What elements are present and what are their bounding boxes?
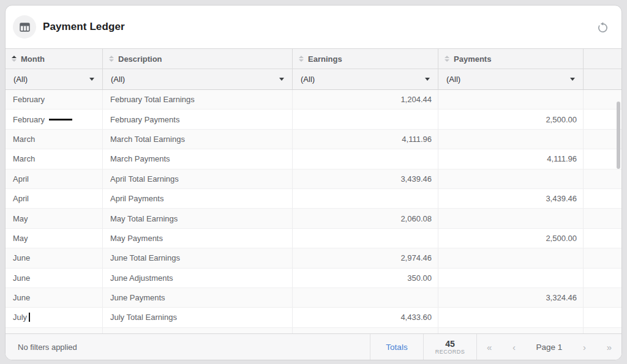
filter-dropdown-payments[interactable]: (All) [438, 69, 584, 89]
cell-month: February [6, 90, 103, 109]
table-row[interactable]: April April Total Earnings 3,439.46 [6, 169, 621, 189]
cell-filler [584, 149, 621, 168]
cell-description: February Total Earnings [103, 90, 293, 109]
cell-earnings: 350.00 [293, 269, 438, 288]
cell-filler [584, 288, 621, 307]
table-row[interactable]: March March Total Earnings 4,111.96 [6, 130, 621, 149]
filter-value: (All) [446, 75, 460, 84]
cell-month: May [6, 209, 103, 228]
cell-earnings: 3,439.46 [293, 169, 438, 188]
cell-earnings [293, 149, 438, 168]
underline-mark [49, 119, 72, 121]
cell-payments: 2,500.00 [438, 229, 584, 248]
column-header-payments[interactable]: Payments [438, 49, 584, 69]
cell-payments: 2,500.00 [438, 110, 584, 128]
cell-description: June Adjustments [103, 269, 293, 288]
cell-earnings [293, 288, 438, 307]
cell-payments [438, 169, 584, 188]
filter-dropdown-month[interactable]: (All) [6, 69, 103, 89]
table-row[interactable]: February February Total Earnings 1,204.4… [6, 90, 621, 110]
cell-filler [584, 269, 621, 288]
totals-button[interactable]: Totals [370, 334, 423, 360]
chevron-down-icon [425, 78, 430, 81]
cell-payments: 4,111.96 [438, 149, 584, 168]
column-label: Description [118, 54, 162, 64]
table-row[interactable]: March March Payments 4,111.96 [6, 149, 621, 169]
cell-description: June Payments [103, 288, 293, 307]
table-icon-badge [13, 15, 36, 39]
cell-filler [584, 90, 621, 109]
filter-dropdown-description[interactable]: (All) [103, 69, 293, 89]
table-row[interactable]: June June Total Earnings 2,974.46 [6, 248, 621, 268]
table-row[interactable]: April April Payments 3,439.46 [6, 189, 621, 209]
cell-month: May [6, 229, 103, 248]
table-body: February February Total Earnings 1,204.4… [6, 90, 621, 333]
cell-description: April Total Earnings [103, 169, 293, 188]
cell-earnings: 4,433.60 [293, 308, 438, 327]
cell-description: June Total Earnings [103, 248, 293, 267]
filter-status-text: No filters applied [6, 334, 370, 360]
cell-earnings [293, 189, 438, 208]
cell-payments [438, 130, 584, 149]
cell-payments: 3,324.46 [438, 288, 584, 307]
header-filler [584, 49, 621, 69]
cell-description: March Total Earnings [103, 130, 293, 149]
cell-earnings: 1,204.44 [293, 90, 438, 109]
table-footer: No filters applied Totals 45 RECORDS « ‹… [6, 333, 621, 360]
cell-filler [584, 169, 621, 188]
cell-month: April [6, 189, 103, 208]
cell-payments [438, 209, 584, 228]
cell-month: April [6, 169, 103, 188]
cell-month: June [6, 288, 103, 307]
chevron-down-icon [89, 78, 94, 81]
page-indicator: Page 1 [536, 343, 563, 352]
text-cursor [29, 313, 30, 322]
column-header-description[interactable]: Description [103, 49, 293, 69]
vertical-scrollbar-thumb[interactable] [617, 102, 620, 169]
filter-value: (All) [13, 75, 28, 84]
cell-payments [438, 269, 584, 288]
cell-description: May Payments [103, 229, 293, 248]
prev-page-button[interactable]: ‹ [512, 342, 516, 352]
cell-description: July Total Earnings [103, 308, 293, 327]
totals-label: Totals [386, 343, 407, 352]
first-page-button[interactable]: « [487, 342, 492, 352]
refresh-button[interactable] [595, 19, 610, 35]
records-label: RECORDS [435, 349, 465, 355]
card-header: Payment Ledger [6, 6, 621, 48]
table-header-row: Month Description Earnings Payments [6, 48, 621, 69]
cell-payments: 3,439.46 [438, 189, 584, 208]
last-page-button[interactable]: » [607, 342, 612, 352]
refresh-icon [597, 21, 609, 33]
table-row[interactable]: February February Payments 2,500.00 [6, 110, 621, 129]
filter-dropdown-earnings[interactable]: (All) [293, 69, 438, 89]
column-label: Earnings [308, 54, 342, 64]
sort-icon [299, 56, 304, 62]
column-header-month[interactable]: Month [6, 49, 103, 69]
chevron-down-icon [570, 78, 575, 81]
cell-filler [584, 229, 621, 248]
cell-description: April Payments [103, 189, 293, 208]
table-row[interactable]: June June Payments 3,324.46 [6, 288, 621, 308]
cell-description: March Payments [103, 149, 293, 168]
filter-value: (All) [301, 75, 315, 84]
column-header-earnings[interactable]: Earnings [293, 49, 438, 69]
table-row[interactable]: May May Payments 2,500.00 [6, 229, 621, 248]
cell-month: March [6, 149, 103, 168]
filter-row: (All) (All) (All) (All) [6, 69, 621, 90]
cell-description: May Total Earnings [103, 209, 293, 228]
sort-icon [445, 56, 449, 62]
table-row[interactable]: May May Total Earnings 2,060.08 [6, 209, 621, 228]
cell-earnings: 2,060.08 [293, 209, 438, 228]
cell-filler [584, 130, 621, 149]
table-icon [20, 22, 30, 32]
cell-month: March [6, 130, 103, 149]
record-count-badge: 45 RECORDS [423, 334, 476, 360]
cell-month: June [6, 248, 103, 267]
cell-filler [584, 189, 621, 208]
column-label: Month [21, 54, 45, 64]
table-row[interactable]: June June Adjustments 350.00 [6, 269, 621, 288]
cell-month: July [6, 308, 103, 327]
next-page-button[interactable]: › [583, 342, 586, 352]
table-row[interactable]: July July Total Earnings 4,433.60 [6, 308, 621, 327]
